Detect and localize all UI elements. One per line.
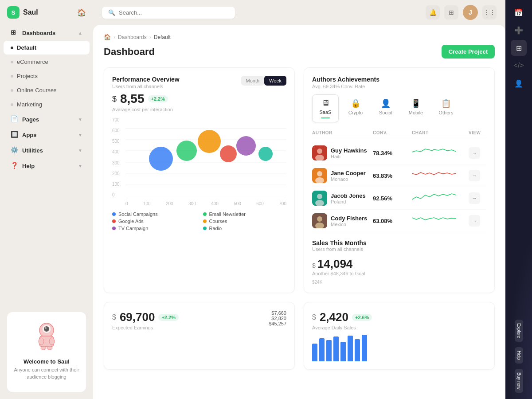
breadcrumb: 🏠 › Dashboards › Default	[104, 34, 495, 40]
legend-courses: Courses	[203, 219, 287, 224]
sales-section: Sales This Months Users from all channel…	[312, 239, 486, 285]
bar-4	[333, 336, 339, 361]
sidebar-item-default[interactable]: Default	[4, 41, 90, 55]
table-row: Jacob Jones Poland 92.56% →	[312, 187, 486, 210]
help-button[interactable]: Help	[515, 347, 523, 364]
legend-dot-google	[112, 219, 116, 223]
avatar-img-4	[312, 213, 327, 228]
dashboards-label: Dashboards	[22, 30, 55, 36]
authors-title-group: Authors Achievements Avg. 69.34% Conv. R…	[312, 76, 379, 89]
view-btn-1[interactable]: →	[469, 147, 480, 159]
earnings-value: $ 69,700 +2.2%	[112, 310, 179, 324]
sidebar-item-pages[interactable]: 📄 Pages ▼	[4, 112, 90, 127]
sales-goal: Another $48,346 to Goal	[312, 271, 486, 276]
earnings-values: $7,660 $2,820 $45,257	[269, 310, 286, 326]
y-400: 400	[112, 149, 120, 154]
earnings-left: $ 69,700 +2.2% Expected Earnings	[112, 310, 179, 330]
topbar: 🔍 🔔 ⊞ J ⋮⋮	[93, 0, 505, 25]
conv-4: 63.08%	[373, 218, 408, 224]
search-box[interactable]: 🔍	[102, 7, 235, 19]
cat-tab-social[interactable]: 👤 Social	[372, 94, 399, 122]
user-avatar[interactable]: J	[463, 5, 478, 20]
rp-add-icon[interactable]: ➕	[511, 22, 527, 38]
svg-point-8	[45, 327, 47, 329]
mobile-label: Mobile	[409, 110, 423, 115]
cat-tab-others[interactable]: 📋 Others	[433, 94, 459, 122]
rp-calendar-icon[interactable]: 📅	[511, 4, 527, 20]
sidebar-item-apps[interactable]: 🔲 Apps ▼	[4, 127, 90, 142]
col-conv: CONV.	[373, 130, 408, 135]
buy-now-button[interactable]: Buy now	[515, 369, 523, 393]
svg-point-22	[317, 194, 322, 199]
notification-icon[interactable]: 🔔	[426, 5, 440, 20]
chart-3	[412, 191, 465, 206]
chart-area	[125, 117, 286, 197]
rp-code-icon[interactable]: </>	[511, 58, 527, 74]
author-location-1: Haiti	[331, 154, 367, 159]
earnings-label: Expected Earnings	[112, 325, 179, 330]
period-month-tab[interactable]: Month	[241, 76, 265, 86]
authors-card: Authors Achievements Avg. 69.34% Conv. R…	[304, 67, 495, 293]
settings-icon[interactable]: ⊞	[444, 5, 458, 20]
author-info-3: Jacob Jones Poland	[312, 191, 369, 206]
period-week-tab[interactable]: Week	[264, 76, 286, 86]
y-200: 200	[112, 171, 120, 176]
earnings-val-1: $7,660	[269, 310, 286, 316]
view-btn-2[interactable]: →	[469, 170, 480, 181]
metric-value: $ 8,55 +2.2%	[112, 92, 286, 106]
rp-grid-icon[interactable]: ⊞	[511, 40, 527, 56]
home-icon[interactable]: 🏠	[104, 34, 111, 40]
bar-1	[312, 344, 317, 361]
sidebar-item-dashboards[interactable]: ⊞ Dashboards ▲	[4, 25, 90, 40]
grid-icon[interactable]: ⋮⋮	[482, 5, 497, 20]
metrics-row: $ 69,700 +2.2% Expected Earnings $7,660 …	[104, 302, 495, 370]
sidebar-item-utilities[interactable]: ⚙️ Utilities ▼	[4, 143, 90, 158]
view-btn-4[interactable]: →	[469, 215, 480, 227]
cat-tab-mobile[interactable]: 📱 Mobile	[403, 94, 429, 122]
sidebar-item-marketing[interactable]: Marketing	[4, 98, 90, 111]
topbar-right: 🔔 ⊞ J ⋮⋮	[426, 5, 497, 20]
view-btn-3[interactable]: →	[469, 192, 480, 204]
svg-point-3	[39, 338, 44, 345]
author-name-4: Cody Fishers	[331, 215, 367, 222]
dashboards-arrow: ▲	[78, 31, 82, 35]
period-tabs: Month Week	[241, 76, 287, 86]
welcome-title: Welcome to Saul	[12, 358, 81, 365]
cat-tab-saas[interactable]: 🖥 SaaS	[312, 94, 339, 122]
performance-title: Performance Overview	[112, 76, 180, 83]
explore-button[interactable]: Explore	[515, 320, 523, 342]
utilities-arrow: ▼	[78, 148, 82, 153]
y-0: 0	[112, 192, 120, 197]
bar-3	[326, 340, 332, 361]
sidebar-item-projects[interactable]: Projects	[4, 69, 90, 83]
sidebar-item-help[interactable]: ❓ Help ▼	[4, 158, 90, 173]
cat-tab-crypto[interactable]: 🔒 Crypto	[342, 94, 369, 122]
metric-dollar: $	[112, 94, 117, 104]
sidebar-item-ecommerce[interactable]: eCommerce	[4, 55, 90, 69]
x-600: 600	[256, 201, 264, 206]
author-info-2: Jane Cooper Monaco	[312, 168, 369, 183]
astronaut-illustration	[29, 319, 64, 355]
search-input[interactable]	[119, 9, 229, 16]
bubble-3	[198, 130, 221, 153]
page-header: Dashboard Create Project	[104, 45, 495, 59]
create-project-button[interactable]: Create Project	[442, 45, 495, 59]
rp-user-icon[interactable]: 👤	[511, 75, 527, 91]
bar-2	[319, 338, 325, 361]
bar-8	[362, 335, 367, 361]
authors-table-header: AUTHOR CONV. CHART VIEW	[312, 128, 486, 138]
breadcrumb-dashboards[interactable]: Dashboards	[118, 34, 147, 40]
sidebar-logo: S Saul 🏠	[0, 0, 93, 25]
chart-legend: Social Campaigns Email Newsletter Google…	[112, 211, 286, 231]
default-dot	[11, 47, 13, 49]
conv-1: 78.34%	[373, 150, 408, 156]
crypto-icon: 🔒	[351, 98, 360, 108]
bubble-6	[258, 147, 273, 161]
back-icon[interactable]: 🏠	[77, 8, 86, 17]
projects-dot	[11, 75, 13, 78]
y-600: 600	[112, 128, 120, 133]
projects-label: Projects	[17, 73, 82, 79]
pages-label: Pages	[22, 116, 39, 123]
bubble-chart: 700 600 500 400 300 200 100 0	[112, 117, 286, 206]
sidebar-item-online-courses[interactable]: Online Courses	[4, 83, 90, 97]
